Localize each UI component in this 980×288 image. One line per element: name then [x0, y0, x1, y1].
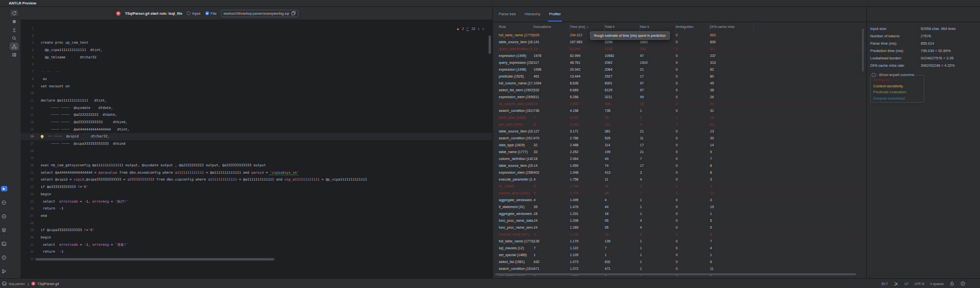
profiler-row[interactable]: full_table_name (1773)1391.179139107: [493, 238, 866, 245]
copy-path-icon[interactable]: [291, 11, 296, 16]
prev-problem-icon[interactable]: ∧: [478, 27, 480, 30]
profiler-row[interactable]: select_list (1581)6321.073632106: [493, 259, 866, 265]
code-line[interactable]: 19: [21, 155, 492, 162]
code-line[interactable]: 10: [21, 90, 492, 97]
profiler-row[interactable]: column_definition (1421)182.06449707: [493, 156, 866, 162]
code-line[interactable]: 31 select errorcode = -1, errormsg = '准备…: [21, 241, 492, 249]
profile-icon[interactable]: [10, 43, 18, 50]
column-header-time-ms-[interactable]: Time (ms)∨: [570, 22, 605, 32]
search-icon[interactable]: [10, 35, 18, 41]
code-line[interactable]: 32 return -1: [21, 248, 492, 256]
intention-bulb-icon[interactable]: [41, 135, 44, 138]
table-vertical-scrollbar[interactable]: [862, 28, 864, 72]
profiler-row[interactable]: search_condition (1516)4711.0724711011: [493, 265, 866, 272]
radio-input[interactable]: Input: [187, 11, 200, 16]
profiler-row[interactable]: expression_elem (1590)6115.266321199026: [493, 94, 866, 101]
readonly-toggle-icon[interactable]: [950, 281, 955, 286]
profiler-row[interactable]: expression (1495)197852.99910982970237: [493, 52, 866, 59]
profiler-row[interactable]: search_condition (1519)7354.1587351031: [493, 107, 866, 114]
code-line[interactable]: 28: [21, 220, 492, 227]
parse-tree-icon[interactable]: [10, 52, 18, 58]
profiler-row[interactable]: table_name (1777)332.2521992109: [493, 149, 866, 156]
profiler-row[interactable]: full_column_name (17...10948.63583019704…: [493, 80, 866, 87]
profiler-row[interactable]: sql_clauses (12)71.1227104: [493, 245, 866, 252]
code-line[interactable]: 11declare @a1111111111111 dtint,: [21, 97, 492, 105]
column-header-dfa-cache-miss[interactable]: DFA cache miss: [710, 22, 754, 32]
code-line[interactable]: 29if @vipa333333333333 !='0': [21, 227, 492, 234]
profiler-row[interactable]: search_condition (1517)4702.78652511030: [493, 135, 866, 142]
code-line[interactable]: 25 select errorcode = -1, errormsg = '执行…: [21, 198, 492, 206]
code-line[interactable]: 24begin: [21, 191, 492, 198]
editor-vertical-scrollbar[interactable]: [489, 35, 491, 54]
code-line[interactable]: 21select @a4444444444444444 = paravalue …: [21, 169, 492, 177]
line-separator[interactable]: LF: [905, 282, 908, 286]
scroll-to-source-icon[interactable]: [10, 26, 18, 33]
profiler-row[interactable]: aggregate_windowed...41.4954103: [493, 197, 866, 204]
code-line[interactable]: 17 ──── ──── @vipa333333333333 dtkind: [21, 140, 492, 148]
profiler-row[interactable]: table_alias (1836)74.003298116: [493, 114, 866, 121]
stripe-antlr-icon[interactable]: A: [1, 213, 7, 219]
profiler-row[interactable]: full_table_name (1775)925294.32210496916…: [493, 32, 866, 39]
profiler-row[interactable]: expression_elem (1589)4021.948413308: [493, 169, 866, 176]
profiler-row[interactable]: func_proc_name_data...241.29895405: [493, 217, 866, 224]
table-horizontal-scrollbar[interactable]: [495, 273, 856, 275]
encoding[interactable]: UTF-8: [914, 282, 924, 286]
profiler-row[interactable]: select_list_elem (1592)6326.669612997038: [493, 87, 866, 94]
next-problem-icon[interactable]: ∨: [482, 27, 484, 30]
code-line[interactable]: 9set nocount on: [21, 83, 492, 90]
radio-file[interactable]: File: [205, 11, 217, 16]
refresh-icon[interactable]: [10, 10, 18, 16]
profiler-row[interactable]: expression (1498)199820.342206421082: [493, 66, 866, 73]
profiler-row[interactable]: table_source_item (15...141.959741708: [493, 162, 866, 169]
stripe-terminal-icon[interactable]: [1, 241, 7, 246]
code-line[interactable]: 16 ── ──── @vipid dtchar32,: [21, 133, 492, 140]
code-line[interactable]: 8 as: [21, 76, 492, 83]
tab-parse-tree[interactable]: Parse tree: [499, 7, 516, 22]
caret-position[interactable]: 30:7: [881, 282, 888, 286]
tab-hierarchy[interactable]: Hierarchy: [525, 7, 540, 22]
stripe-run-icon[interactable]: [1, 200, 7, 205]
indent[interactable]: 4 spaces: [930, 282, 944, 286]
code-line[interactable]: 6: [21, 61, 492, 68]
profiler-row[interactable]: column_alias (1851)51.703387112: [493, 190, 866, 197]
column-header-max-k[interactable]: Max k: [640, 22, 676, 32]
code-line[interactable]: 4 @p_vipa1111111111111 dtint,: [21, 47, 492, 54]
column-header-ambiguities[interactable]: Ambiguities: [676, 22, 710, 32]
highlighting-level-icon[interactable]: [894, 281, 899, 286]
breadcrumb-project[interactable]: tsql-parser: [9, 282, 25, 286]
profiler-row[interactable]: execute_parameter (1...41.75811403: [493, 176, 866, 183]
profiler-row[interactable]: join_part (1642)63.9431019162: [493, 121, 866, 128]
column-header-invocations[interactable]: Invocations: [534, 22, 570, 32]
code-line[interactable]: 22select @vipid = vipid,@vipa33333333333…: [21, 176, 492, 183]
stripe-services-icon[interactable]: [1, 227, 7, 233]
code-editor[interactable]: 123create proc up_com_test4 @p_vipa11111…: [21, 20, 492, 278]
tab-profiler[interactable]: Profiler: [549, 7, 561, 22]
profiler-row[interactable]: query_expression (1527)11748.76120621910…: [493, 59, 866, 66]
stop-icon[interactable]: [10, 18, 18, 25]
code-line[interactable]: 1: [21, 25, 492, 32]
code-line[interactable]: 27end: [21, 212, 492, 220]
code-line[interactable]: 13 ──── ──── @a2222222222 dtdate,: [21, 111, 492, 119]
code-line[interactable]: 7-- -- --: [21, 68, 492, 76]
file-path-field[interactable]: ebelice/Github/tsql-parser/examples/big.…: [221, 10, 298, 17]
stripe-problems-icon[interactable]: [1, 255, 7, 260]
code-line[interactable]: 2: [21, 32, 492, 40]
code-line[interactable]: 23if @a333333333333 !='0': [21, 183, 492, 191]
code-line[interactable]: 15 ──── ──── @a4444444444444444 dtint,: [21, 126, 492, 133]
profiler-row[interactable]: predicate (1525)46113.444292717080: [493, 73, 866, 80]
breadcrumb-file[interactable]: TSqlParser.g4: [37, 282, 59, 286]
profiler-row[interactable]: set_special (1485)11.1051101: [493, 252, 866, 259]
code-line[interactable]: 20exec nb_com_getsysconfig @a11111111111…: [21, 162, 492, 169]
profiler-row[interactable]: query_specification (1...1463.5461138916…: [493, 46, 866, 52]
profiler-row[interactable]: if_statement (31)351.476441015: [493, 204, 866, 210]
code-line[interactable]: 5 @p_tblname dtchar32: [21, 54, 492, 61]
window-icon[interactable]: [2, 281, 7, 286]
profiler-row[interactable]: table_source_item (15...1273.17138121013: [493, 128, 866, 135]
profiler-row[interactable]: data_type (1829)322.48811417014: [493, 142, 866, 149]
code-line[interactable]: 18: [21, 148, 492, 155]
stripe-antlr-preview-icon[interactable]: [1, 186, 7, 191]
code-line[interactable]: 30begin: [21, 234, 492, 241]
profiler-row[interactable]: aggregate_windowed...181.33118101: [493, 210, 866, 217]
column-header-total-k[interactable]: Total k: [605, 22, 640, 32]
code-line[interactable]: 26 return -1: [21, 205, 492, 212]
